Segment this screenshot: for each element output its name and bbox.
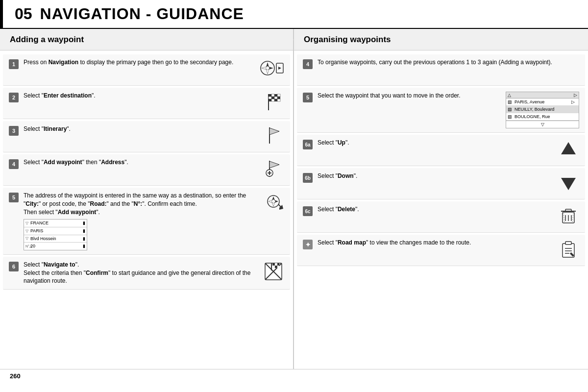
- addr-row-france: ▽ FRANCE ▮: [24, 220, 87, 227]
- addr-row-num: N°△ 20 ▮: [24, 243, 87, 250]
- right-step-6a-num: 6a: [303, 140, 313, 149]
- step-5-bold1: City:: [25, 200, 39, 207]
- step-5-bold3: N°:: [134, 200, 142, 207]
- right-step-6a-icon: [558, 139, 579, 160]
- right-step-6a-content: Select "Up".: [318, 139, 554, 147]
- right-step-6c-bold: Delete: [338, 206, 355, 213]
- waypoints-list: △ ▷ ▧ PARIS, Avenue ▷ ▧ NEUILLY, Bouleva…: [506, 92, 579, 128]
- addr-paris-label: PARIS: [30, 228, 79, 234]
- right-steps: 4 To organise waypoints, carry out the p…: [294, 50, 588, 270]
- step-5: 5 The address of the waypoint is entered…: [3, 188, 290, 255]
- svg-line-53: [572, 213, 573, 223]
- step-3-bold: Itinerary: [44, 125, 67, 132]
- addr-num-label: 20: [30, 243, 79, 249]
- svg-rect-37: [272, 263, 275, 266]
- waypoint-neuilly-label: NEUILLY, Boulevard: [514, 107, 577, 112]
- right-step-6c-icon: [558, 205, 579, 227]
- step-4-bold2: Address: [101, 159, 124, 166]
- step-2-content: Select "Enter destination".: [24, 92, 261, 100]
- step-5-icon: [265, 192, 284, 211]
- step-2-icon: [265, 92, 284, 111]
- step-6: 6 Select "Navigate to". Select the crite…: [3, 257, 290, 290]
- right-step-6b-bold: Down: [338, 172, 354, 179]
- page-footer: 260: [0, 369, 588, 383]
- waypoint-row-paris: ▧ PARIS, Avenue ▷: [506, 98, 579, 106]
- svg-line-52: [564, 213, 564, 223]
- step-4-num: 4: [9, 159, 19, 169]
- right-step-6a-bold: Up: [338, 139, 345, 146]
- step-5-bold4: Add waypoint: [58, 209, 97, 216]
- svg-marker-4: [269, 67, 273, 70]
- main-columns: Adding a waypoint 1 Press on Navigation …: [0, 29, 588, 369]
- step-6-bold2: Confirm: [86, 270, 108, 276]
- right-step-6b: 6b Select "Down".: [297, 168, 585, 199]
- svg-marker-2: [266, 69, 269, 74]
- left-section-title: Adding a waypoint: [10, 35, 84, 45]
- page-number: 260: [10, 372, 21, 380]
- svg-rect-11: [277, 94, 280, 97]
- step-2: 2 Select "Enter destination".: [3, 88, 290, 119]
- left-steps: 1 Press on Navigation to display the pri…: [0, 50, 293, 294]
- svg-marker-45: [561, 178, 576, 190]
- step-1: 1 Press on Navigation to display the pri…: [3, 54, 290, 86]
- right-step-5-num: 5: [303, 93, 313, 102]
- step-6-icon: [263, 261, 284, 282]
- step-3-icon: [265, 125, 284, 145]
- addr-blvd-label: Blvd Hossein: [30, 236, 79, 242]
- addr-row-blvd: ▽ Blvd Hossein ▮: [24, 235, 87, 243]
- svg-rect-40: [272, 266, 275, 268]
- svg-rect-16: [269, 99, 271, 101]
- right-step-star-bold: Road map: [338, 239, 366, 246]
- svg-rect-13: [271, 97, 274, 99]
- svg-rect-42: [277, 266, 279, 268]
- step-1-bold: Navigation: [49, 59, 78, 66]
- waypoints-footer: ▽: [506, 121, 579, 128]
- svg-marker-30: [269, 200, 272, 203]
- waypoint-paris-label: PARIS, Avenue: [514, 99, 571, 104]
- svg-marker-31: [274, 200, 278, 203]
- step-2-num: 2: [9, 93, 19, 102]
- step-4-content: Select "Add waypoint" then "Address".: [24, 158, 261, 167]
- right-column: Organising waypoints 4 To organise waypo…: [294, 29, 588, 369]
- svg-rect-8: [269, 94, 271, 97]
- svg-rect-41: [275, 266, 277, 268]
- right-step-4: 4 To organise waypoints, carry out the p…: [297, 54, 585, 86]
- step-3-num: 3: [9, 126, 19, 136]
- svg-rect-55: [565, 242, 571, 245]
- svg-rect-14: [274, 97, 277, 99]
- svg-rect-39: [277, 263, 279, 266]
- right-step-6b-icon: [558, 172, 579, 194]
- step-6-content: Select "Navigate to". Select the criteri…: [24, 261, 259, 285]
- page-header: 05 NAVIGATION - GUIDANCE: [0, 0, 588, 29]
- right-step-6b-content: Select "Down".: [318, 172, 554, 180]
- waypoint-row-neuilly: ▧ NEUILLY, Boulevard: [506, 106, 579, 113]
- left-column: Adding a waypoint 1 Press on Navigation …: [0, 29, 294, 369]
- step-1-icon: [258, 58, 284, 78]
- svg-rect-18: [274, 99, 277, 101]
- svg-marker-3: [262, 67, 267, 70]
- right-step-6a: 6a Select "Up".: [297, 135, 585, 166]
- step-6-num: 6: [9, 262, 19, 271]
- step-4-bold1: Add waypoint: [44, 159, 82, 166]
- svg-rect-19: [277, 99, 280, 101]
- svg-rect-15: [277, 97, 280, 99]
- right-step-star-num: ✦: [303, 240, 313, 249]
- svg-rect-17: [271, 99, 274, 101]
- step-3: 3 Select "Itinerary".: [3, 121, 290, 152]
- waypoint-boulogne-label: BOULOGNE, Rue: [514, 114, 577, 119]
- step-3-content: Select "Itinerary".: [24, 125, 261, 133]
- right-step-6b-num: 6b: [303, 173, 313, 183]
- step-5-num: 5: [9, 193, 19, 202]
- step-6-bold1: Navigate to: [44, 261, 75, 268]
- waypoint-row-boulogne: ▧ BOULOGNE, Rue: [506, 113, 579, 121]
- right-step-4-num: 4: [303, 59, 313, 69]
- svg-rect-10: [274, 94, 277, 97]
- right-step-6c: 6c Select "Delete".: [297, 201, 585, 233]
- svg-marker-1: [266, 62, 269, 67]
- address-form: ▽ FRANCE ▮ ▽ PARIS ▮ ▽ Blvd Hossein: [24, 219, 87, 250]
- svg-rect-48: [565, 209, 571, 211]
- right-step-star-content: Select "Road map" to view the changes ma…: [318, 239, 554, 247]
- svg-marker-21: [270, 128, 279, 135]
- step-1-content: Press on Navigation to display the prima…: [24, 58, 254, 67]
- right-section-header: Organising waypoints: [294, 29, 588, 50]
